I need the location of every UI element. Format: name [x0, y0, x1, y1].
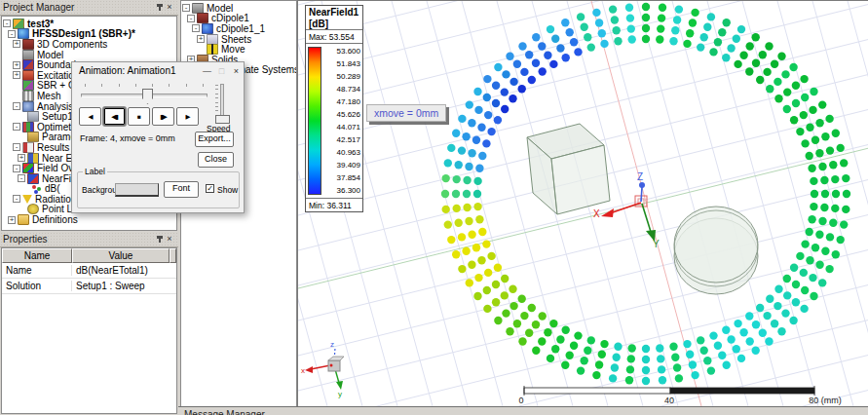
cylinder-top[interactable]	[674, 207, 758, 283]
collapse-icon[interactable]: -	[13, 165, 20, 172]
triad-dot	[330, 364, 333, 367]
field-dot	[657, 24, 664, 32]
legend-unit: [dB]	[306, 18, 362, 29]
field-dot	[478, 228, 486, 236]
pin-icon[interactable]	[155, 235, 164, 244]
message-manager-bar[interactable]: Message Manager	[178, 406, 868, 415]
property-value[interactable]: Setup1 : Sweep	[72, 281, 176, 291]
setup-icon	[27, 111, 39, 122]
field-dot	[801, 94, 809, 101]
field-dot	[502, 309, 509, 317]
field-dot	[815, 261, 823, 269]
speed-slider-thumb[interactable]	[215, 115, 230, 124]
dialog-titlebar[interactable]: Animation: Animation1 — □ ×	[72, 62, 244, 79]
collapse-icon[interactable]: -	[13, 123, 20, 131]
modeler-viewport[interactable]: X Y Z x y z 0	[297, 0, 868, 407]
column-header-value[interactable]: Value	[72, 248, 170, 263]
frame-status-text: Frame: 4, xmove = 0mm	[80, 133, 175, 143]
triad-x-axis	[311, 365, 330, 369]
field-dot	[452, 250, 460, 258]
step-forward-button[interactable]: ▮▶	[152, 107, 174, 126]
expand-icon[interactable]: +	[18, 154, 25, 162]
tree-item-move[interactable]: Move	[181, 44, 296, 55]
frame-slider-thumb[interactable]	[142, 89, 153, 104]
pin-icon[interactable]	[155, 3, 164, 12]
field-dot	[501, 105, 509, 113]
field-dot	[642, 366, 650, 374]
tree-item-label: dB(	[44, 183, 61, 194]
field-dot	[600, 340, 608, 348]
tree-item-3d-components[interactable]: +3D Components	[2, 39, 176, 50]
collapse-icon[interactable]: -	[13, 143, 20, 151]
field-dot	[627, 24, 635, 32]
field-dot	[532, 321, 540, 328]
collapse-icon[interactable]: -	[192, 24, 200, 32]
field-dot	[465, 163, 472, 170]
expand-icon[interactable]: +	[13, 71, 20, 79]
tree-item-test3[interactable]: -test3*	[2, 19, 176, 29]
minimize-icon[interactable]: —	[200, 66, 214, 76]
expand-icon[interactable]: +	[197, 35, 205, 43]
field-dot	[444, 220, 452, 228]
stop-button[interactable]: ■	[128, 107, 150, 126]
field-dot	[473, 292, 481, 300]
tree-item-hfssdesign1-sbr[interactable]: -HFSSDesign1 (SBR+)*	[2, 29, 176, 40]
field-dot	[492, 99, 500, 107]
field-dot	[656, 35, 663, 43]
tree-item-definitions[interactable]: +Definitions	[2, 214, 176, 225]
play-button[interactable]: ▶	[176, 107, 199, 126]
field-dot	[765, 42, 773, 50]
grid-line	[707, 1, 818, 406]
close-icon[interactable]: ×	[164, 2, 175, 13]
field-dot	[837, 144, 845, 152]
collapse-icon[interactable]: -	[13, 195, 20, 203]
property-row[interactable]: SolutionSetup1 : Sweep	[2, 279, 176, 294]
collapse-icon[interactable]: -	[8, 30, 16, 38]
field-dot	[689, 19, 697, 26]
field-dot	[792, 281, 800, 288]
step-back-button[interactable]: ◀▮	[103, 107, 126, 126]
field-dot	[810, 203, 817, 210]
field-dot	[547, 355, 554, 362]
collapse-icon[interactable]: -	[13, 102, 20, 110]
property-value[interactable]: dB(NearETotal1)	[72, 265, 176, 276]
expand-icon[interactable]: +	[13, 40, 20, 48]
legend-value: 44.071	[323, 123, 360, 132]
field-dot	[562, 54, 570, 61]
field-dot	[570, 38, 578, 46]
tree-item-cdipole1-1[interactable]: -cDipole1_1	[181, 23, 296, 34]
expand-icon[interactable]: +	[13, 61, 20, 69]
collapse-icon[interactable]: -	[18, 174, 25, 182]
collapse-icon[interactable]: -	[182, 4, 190, 12]
show-checkbox[interactable]: ✓	[206, 184, 214, 193]
collapse-icon[interactable]: -	[3, 19, 11, 27]
field-dot	[473, 88, 481, 95]
field-dot	[581, 23, 588, 31]
tree-item-label: Model	[206, 3, 234, 14]
tree-item-model[interactable]: -Model	[181, 3, 296, 14]
field-dot	[801, 286, 809, 294]
export-button[interactable]: Export...	[195, 132, 234, 147]
close-icon[interactable]: ×	[164, 234, 175, 245]
field-dot	[494, 116, 502, 124]
column-header-name[interactable]: Name	[2, 248, 72, 263]
tree-item-label: Mesh	[36, 91, 61, 101]
collapse-icon[interactable]: -	[187, 15, 195, 22]
tree-item-cdipole1[interactable]: -cDipole1	[181, 14, 296, 24]
tree-item-sheets[interactable]: +Sheets	[181, 34, 296, 45]
field-dot	[458, 233, 466, 241]
sheets-icon	[207, 34, 218, 45]
field-dot	[544, 328, 551, 336]
column-header-spacer	[170, 248, 176, 263]
property-row[interactable]: NamedB(NearETotal1)	[2, 263, 176, 279]
close-icon[interactable]: ×	[229, 66, 244, 76]
background-color-button[interactable]	[115, 183, 159, 197]
tree-item-model[interactable]: Model	[2, 50, 176, 60]
expand-icon[interactable]: +	[8, 216, 16, 224]
dialog-close-button[interactable]: Close	[198, 152, 234, 168]
field-dot	[808, 165, 815, 172]
field-dot	[686, 29, 694, 37]
field-dot	[611, 363, 619, 371]
font-button[interactable]: Font	[164, 181, 199, 198]
play-reverse-button[interactable]: ◀	[79, 107, 101, 126]
